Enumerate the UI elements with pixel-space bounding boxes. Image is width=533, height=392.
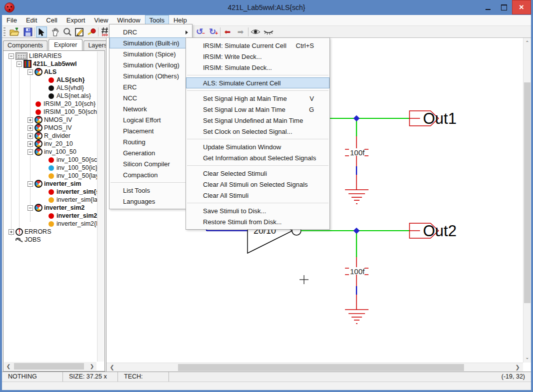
menu-item[interactable]: Simulation (Verilog) <box>110 59 192 70</box>
measure-tool-button[interactable] <box>86 26 97 37</box>
tree-item[interactable]: ALS{sch} <box>4 76 97 84</box>
hide-layer-button[interactable] <box>263 26 274 37</box>
tree-expander[interactable] <box>28 181 33 187</box>
tree-item[interactable]: inv_20_10 <box>4 140 97 148</box>
open-library-button[interactable] <box>9 26 20 37</box>
tree-expander[interactable] <box>28 141 33 147</box>
menu-item[interactable]: DRC <box>110 26 192 37</box>
menu-item[interactable]: Simulation (Others) <box>110 70 192 81</box>
sidebar-tab[interactable]: Explorer <box>48 39 83 50</box>
scroll-right-arrow[interactable]: ❯ <box>514 364 521 371</box>
menu-item[interactable]: Logical Effort <box>110 114 192 125</box>
tree-expander[interactable] <box>28 133 33 139</box>
menu-item[interactable]: Restore Stimuli from Disk... <box>186 216 330 227</box>
scrollbar-thumb[interactable] <box>524 82 530 303</box>
tree-item[interactable]: ALS{vhdl} <box>4 84 97 92</box>
ground-symbol-2[interactable] <box>345 310 368 324</box>
minimize-button[interactable] <box>480 0 496 14</box>
tree-expander[interactable] <box>16 61 22 67</box>
menu-item[interactable]: Set Signal Low at Main Time G <box>186 104 330 115</box>
menu-item[interactable]: Clear All Stimuli on Selected Signals <box>186 179 330 190</box>
close-button[interactable] <box>512 0 531 14</box>
canvas-horizontal-scrollbar[interactable]: ❮ ❯ <box>106 363 523 372</box>
toolbar-grip[interactable] <box>4 27 6 36</box>
tree-expander[interactable] <box>28 149 33 155</box>
menu-item[interactable]: Simulation (Built-in) <box>110 37 192 48</box>
menu-item[interactable]: Set Signal High at Main Time V <box>186 93 330 104</box>
menu-item[interactable]: Generation <box>110 147 192 158</box>
menu-item[interactable]: Routing <box>110 136 192 147</box>
tree-item[interactable]: JOBS <box>4 236 97 244</box>
menu-item[interactable]: Network <box>110 103 192 114</box>
menubar-item[interactable]: Export <box>62 15 90 25</box>
canvas-vertical-scrollbar[interactable]: ⌃ ⌄ <box>523 38 531 363</box>
tree-item[interactable]: R_divider <box>4 132 97 140</box>
menu-item[interactable]: Get Information about Selected Signals <box>186 152 330 163</box>
export-out2[interactable]: Out2 <box>410 222 456 240</box>
scroll-left-arrow[interactable]: ❮ <box>5 363 12 370</box>
tree-item[interactable]: ALS{net.als} <box>4 92 97 100</box>
tree-expander[interactable] <box>28 125 33 131</box>
sidebar-tab[interactable]: Components <box>3 40 48 50</box>
menu-item[interactable]: Compaction <box>110 169 192 180</box>
tree-item[interactable]: inv_100_50{lay} <box>4 172 97 180</box>
junction-dot[interactable] <box>354 228 360 234</box>
tree-item[interactable]: inverter_sim2{sch} <box>4 212 97 220</box>
tree-item[interactable]: PMOS_IV <box>4 124 97 132</box>
tree-item[interactable]: ALS <box>4 68 97 76</box>
go-forward-button[interactable]: ➡ <box>235 26 246 37</box>
junction-dot[interactable] <box>354 115 360 122</box>
menubar-item[interactable]: Cell <box>42 15 62 25</box>
menu-item[interactable]: ERC <box>110 81 192 92</box>
select-tool-button[interactable] <box>36 26 47 37</box>
menu-item[interactable]: Clear Selected Stimuli <box>186 168 330 179</box>
pan-tool-button[interactable] <box>50 26 60 37</box>
scroll-down-arrow[interactable]: ⌄ <box>524 354 531 362</box>
sidebar-vertical-scrollbar[interactable] <box>97 51 104 362</box>
menu-item[interactable]: Set Clock on Selected Signal... <box>186 126 330 137</box>
tree-item[interactable]: inverter_sim2{lay} <box>4 220 97 228</box>
tree-item[interactable]: IRSIM_100_50{sch} <box>4 108 97 116</box>
export-out1[interactable]: Out1 <box>410 110 456 127</box>
sidebar-horizontal-scrollbar[interactable]: ❮ ❯ <box>4 362 96 371</box>
maximize-button[interactable] <box>496 0 512 14</box>
tree-item[interactable]: inverter_sim2 <box>4 204 97 212</box>
show-layer-button[interactable] <box>250 26 261 37</box>
menu-item[interactable]: Simulation (Spice) <box>110 48 192 59</box>
menu-item[interactable]: IRSIM: Simulate Deck... <box>186 62 330 73</box>
zoom-tool-button[interactable] <box>62 26 73 37</box>
tree-expander[interactable] <box>28 69 33 75</box>
tree-item[interactable]: IRSIM_20_10{sch} <box>4 100 97 108</box>
tree-item[interactable]: NMOS_IV <box>4 116 97 124</box>
ground-symbol-1[interactable] <box>345 190 368 204</box>
menu-item[interactable]: Languages <box>110 196 192 207</box>
tree-expander[interactable] <box>8 53 14 59</box>
menu-item[interactable]: List Tools <box>110 185 192 196</box>
redo-button[interactable]: ↻+ <box>207 26 218 37</box>
capacitor-value-label[interactable]: 100f <box>350 148 365 157</box>
scroll-right-arrow[interactable]: ❯ <box>88 363 96 370</box>
scroll-up-arrow[interactable]: ⌃ <box>524 39 531 47</box>
scrollbar-thumb[interactable] <box>178 364 464 371</box>
menu-item[interactable]: NCC <box>110 92 192 103</box>
tree-item[interactable]: inv_100_50{ic} <box>4 164 97 172</box>
tree-expander[interactable] <box>28 117 33 123</box>
go-back-button[interactable]: ⬅ <box>222 26 233 37</box>
menu-item[interactable]: Update Simulation Window <box>186 141 330 152</box>
menu-item[interactable]: Set Signal Undefined at Main Time <box>186 115 330 126</box>
menu-item[interactable]: Clear All Stimuli <box>186 190 330 201</box>
save-library-button[interactable] <box>22 26 34 37</box>
scrollbar-thumb[interactable] <box>14 363 84 370</box>
tree-item[interactable]: LIBRARIES <box>4 52 97 60</box>
menu-item[interactable]: IRSIM: Simulate Current Cell Ctrl+S <box>186 40 330 51</box>
scroll-left-arrow[interactable]: ❮ <box>108 364 116 371</box>
tree-expander[interactable] <box>28 205 33 211</box>
capacitor-value-label[interactable]: 100f <box>350 267 365 276</box>
tree-expander[interactable] <box>8 229 14 235</box>
edit-cell-button[interactable] <box>74 26 85 37</box>
tree-item[interactable]: inverter_sim{sch} <box>4 188 97 196</box>
tree-item[interactable]: inv_100_50{sch} <box>4 156 97 164</box>
title-bar[interactable]: 421L_Lab5wwl:ALS{sch} <box>0 0 533 15</box>
menu-item[interactable]: ALS: Simulate Current Cell <box>186 77 330 88</box>
tree-item[interactable]: 421L_Lab5wwl <box>4 60 97 68</box>
